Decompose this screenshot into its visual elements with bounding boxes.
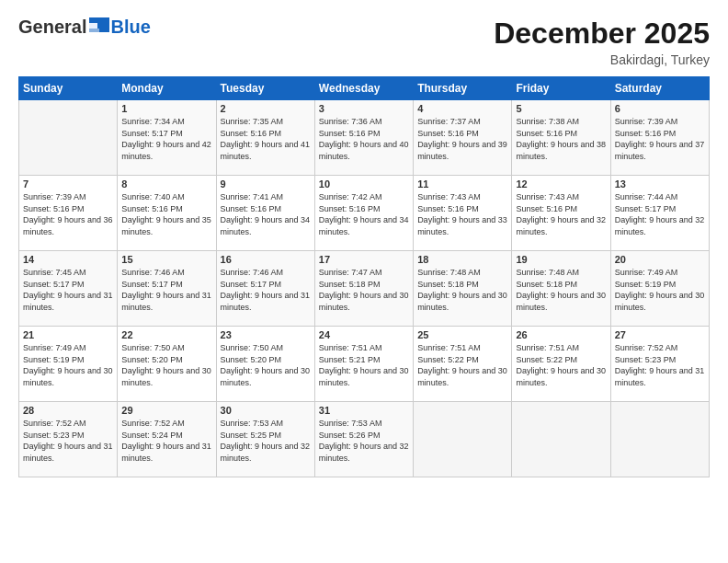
day-info: Sunrise: 7:36 AMSunset: 5:16 PMDaylight:… bbox=[319, 116, 409, 162]
day-info: Sunrise: 7:52 AMSunset: 5:23 PMDaylight:… bbox=[23, 418, 113, 464]
day-number: 1 bbox=[121, 103, 211, 114]
calendar-cell: 29Sunrise: 7:52 AMSunset: 5:24 PMDayligh… bbox=[118, 402, 216, 477]
calendar-cell: 5Sunrise: 7:38 AMSunset: 5:16 PMDaylight… bbox=[512, 100, 610, 176]
calendar-cell: 28Sunrise: 7:52 AMSunset: 5:23 PMDayligh… bbox=[19, 402, 118, 477]
calendar-week-row: 7Sunrise: 7:39 AMSunset: 5:16 PMDaylight… bbox=[19, 176, 710, 251]
calendar-cell: 31Sunrise: 7:53 AMSunset: 5:26 PMDayligh… bbox=[314, 402, 413, 477]
calendar-cell: 13Sunrise: 7:44 AMSunset: 5:17 PMDayligh… bbox=[610, 176, 709, 251]
day-info: Sunrise: 7:51 AMSunset: 5:21 PMDaylight:… bbox=[319, 342, 409, 388]
calendar-cell: 19Sunrise: 7:48 AMSunset: 5:18 PMDayligh… bbox=[512, 251, 610, 327]
day-info: Sunrise: 7:39 AMSunset: 5:16 PMDaylight:… bbox=[23, 191, 113, 237]
calendar-cell bbox=[19, 100, 118, 176]
calendar-week-row: 28Sunrise: 7:52 AMSunset: 5:23 PMDayligh… bbox=[19, 402, 710, 477]
day-info: Sunrise: 7:41 AMSunset: 5:16 PMDaylight:… bbox=[221, 191, 311, 237]
calendar-cell: 7Sunrise: 7:39 AMSunset: 5:16 PMDaylight… bbox=[19, 176, 118, 251]
month-title: December 2025 bbox=[494, 17, 710, 51]
day-number: 13 bbox=[615, 178, 705, 190]
day-info: Sunrise: 7:43 AMSunset: 5:16 PMDaylight:… bbox=[417, 191, 507, 237]
day-number: 18 bbox=[417, 254, 507, 265]
logo-text: General bbox=[18, 17, 86, 38]
calendar-cell bbox=[414, 402, 512, 477]
calendar-cell: 9Sunrise: 7:41 AMSunset: 5:16 PMDaylight… bbox=[216, 176, 314, 251]
day-number: 28 bbox=[23, 405, 113, 416]
day-info: Sunrise: 7:46 AMSunset: 5:17 PMDaylight:… bbox=[121, 267, 211, 313]
day-number: 20 bbox=[615, 254, 705, 265]
day-number: 5 bbox=[516, 103, 606, 114]
calendar-cell bbox=[610, 402, 709, 477]
calendar-cell: 6Sunrise: 7:39 AMSunset: 5:16 PMDaylight… bbox=[610, 100, 709, 176]
day-info: Sunrise: 7:51 AMSunset: 5:22 PMDaylight:… bbox=[417, 342, 507, 388]
day-number: 16 bbox=[221, 254, 311, 265]
calendar-cell: 10Sunrise: 7:42 AMSunset: 5:16 PMDayligh… bbox=[314, 176, 413, 251]
day-number: 21 bbox=[23, 329, 113, 340]
calendar-cell: 4Sunrise: 7:37 AMSunset: 5:16 PMDaylight… bbox=[414, 100, 512, 176]
day-number: 12 bbox=[516, 178, 606, 190]
day-number: 3 bbox=[319, 103, 409, 114]
day-number: 4 bbox=[417, 103, 507, 114]
day-info: Sunrise: 7:40 AMSunset: 5:16 PMDaylight:… bbox=[121, 191, 211, 237]
day-info: Sunrise: 7:51 AMSunset: 5:22 PMDaylight:… bbox=[516, 342, 606, 388]
day-info: Sunrise: 7:35 AMSunset: 5:16 PMDaylight:… bbox=[221, 116, 311, 162]
location-subtitle: Bakirdagi, Turkey bbox=[494, 52, 710, 67]
day-info: Sunrise: 7:47 AMSunset: 5:18 PMDaylight:… bbox=[319, 267, 409, 313]
day-number: 29 bbox=[121, 405, 211, 416]
weekday-header-sunday: Sunday bbox=[19, 77, 118, 100]
calendar-cell bbox=[512, 402, 610, 477]
calendar-cell: 12Sunrise: 7:43 AMSunset: 5:16 PMDayligh… bbox=[512, 176, 610, 251]
day-number: 10 bbox=[319, 178, 409, 190]
calendar-cell: 23Sunrise: 7:50 AMSunset: 5:20 PMDayligh… bbox=[216, 327, 314, 402]
day-number: 31 bbox=[319, 405, 409, 416]
calendar-cell: 26Sunrise: 7:51 AMSunset: 5:22 PMDayligh… bbox=[512, 327, 610, 402]
day-number: 15 bbox=[121, 254, 211, 265]
calendar-cell: 18Sunrise: 7:48 AMSunset: 5:18 PMDayligh… bbox=[414, 251, 512, 327]
calendar-cell: 3Sunrise: 7:36 AMSunset: 5:16 PMDaylight… bbox=[314, 100, 413, 176]
logo-flag-icon bbox=[89, 17, 109, 32]
logo-blue-text: Blue bbox=[110, 17, 150, 38]
day-info: Sunrise: 7:52 AMSunset: 5:23 PMDaylight:… bbox=[615, 342, 705, 388]
calendar-cell: 16Sunrise: 7:46 AMSunset: 5:17 PMDayligh… bbox=[216, 251, 314, 327]
day-number: 6 bbox=[615, 103, 705, 114]
page-container: General Blue December 2025 Bakirdagi, Tu… bbox=[0, 0, 728, 563]
day-info: Sunrise: 7:39 AMSunset: 5:16 PMDaylight:… bbox=[615, 116, 705, 162]
calendar-cell: 8Sunrise: 7:40 AMSunset: 5:16 PMDaylight… bbox=[118, 176, 216, 251]
weekday-header-monday: Monday bbox=[118, 77, 216, 100]
day-info: Sunrise: 7:42 AMSunset: 5:16 PMDaylight:… bbox=[319, 191, 409, 237]
day-info: Sunrise: 7:38 AMSunset: 5:16 PMDaylight:… bbox=[516, 116, 606, 162]
calendar-cell: 24Sunrise: 7:51 AMSunset: 5:21 PMDayligh… bbox=[314, 327, 413, 402]
weekday-header-wednesday: Wednesday bbox=[314, 77, 413, 100]
day-info: Sunrise: 7:43 AMSunset: 5:16 PMDaylight:… bbox=[516, 191, 606, 237]
day-info: Sunrise: 7:44 AMSunset: 5:17 PMDaylight:… bbox=[615, 191, 705, 237]
day-number: 14 bbox=[23, 254, 113, 265]
logo-wrapper: General Blue bbox=[18, 17, 151, 38]
day-info: Sunrise: 7:34 AMSunset: 5:17 PMDaylight:… bbox=[121, 116, 211, 162]
day-info: Sunrise: 7:49 AMSunset: 5:19 PMDaylight:… bbox=[23, 342, 113, 388]
calendar-cell: 27Sunrise: 7:52 AMSunset: 5:23 PMDayligh… bbox=[610, 327, 709, 402]
calendar-cell: 1Sunrise: 7:34 AMSunset: 5:17 PMDaylight… bbox=[118, 100, 216, 176]
day-info: Sunrise: 7:52 AMSunset: 5:24 PMDaylight:… bbox=[121, 418, 211, 464]
weekday-header-thursday: Thursday bbox=[414, 77, 512, 100]
day-info: Sunrise: 7:46 AMSunset: 5:17 PMDaylight:… bbox=[221, 267, 311, 313]
day-info: Sunrise: 7:48 AMSunset: 5:18 PMDaylight:… bbox=[516, 267, 606, 313]
calendar-cell: 25Sunrise: 7:51 AMSunset: 5:22 PMDayligh… bbox=[414, 327, 512, 402]
day-number: 19 bbox=[516, 254, 606, 265]
calendar-week-row: 1Sunrise: 7:34 AMSunset: 5:17 PMDaylight… bbox=[19, 100, 710, 176]
logo: General Blue bbox=[18, 17, 151, 38]
day-number: 24 bbox=[319, 329, 409, 340]
day-number: 27 bbox=[615, 329, 705, 340]
calendar-cell: 21Sunrise: 7:49 AMSunset: 5:19 PMDayligh… bbox=[19, 327, 118, 402]
day-number: 26 bbox=[516, 329, 606, 340]
day-info: Sunrise: 7:50 AMSunset: 5:20 PMDaylight:… bbox=[121, 342, 211, 388]
calendar-cell: 11Sunrise: 7:43 AMSunset: 5:16 PMDayligh… bbox=[414, 176, 512, 251]
day-number: 11 bbox=[417, 178, 507, 190]
calendar-cell: 22Sunrise: 7:50 AMSunset: 5:20 PMDayligh… bbox=[118, 327, 216, 402]
day-info: Sunrise: 7:50 AMSunset: 5:20 PMDaylight:… bbox=[221, 342, 311, 388]
day-number: 30 bbox=[221, 405, 311, 416]
calendar-cell: 2Sunrise: 7:35 AMSunset: 5:16 PMDaylight… bbox=[216, 100, 314, 176]
day-info: Sunrise: 7:53 AMSunset: 5:25 PMDaylight:… bbox=[221, 418, 311, 464]
day-number: 22 bbox=[121, 329, 211, 340]
day-number: 17 bbox=[319, 254, 409, 265]
calendar-cell: 15Sunrise: 7:46 AMSunset: 5:17 PMDayligh… bbox=[118, 251, 216, 327]
calendar-cell: 30Sunrise: 7:53 AMSunset: 5:25 PMDayligh… bbox=[216, 402, 314, 477]
day-info: Sunrise: 7:53 AMSunset: 5:26 PMDaylight:… bbox=[319, 418, 409, 464]
weekday-header-saturday: Saturday bbox=[610, 77, 709, 100]
